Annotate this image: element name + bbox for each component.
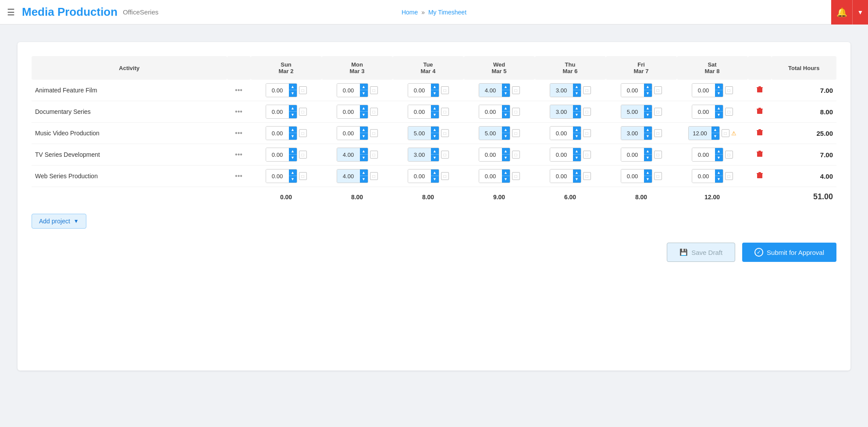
- hours-input-r0-d3[interactable]: [479, 84, 502, 97]
- note-icon[interactable]: □: [441, 129, 449, 137]
- spin-up-button[interactable]: ▲: [502, 105, 510, 112]
- delete-row-button[interactable]: [754, 149, 765, 160]
- spin-up-button[interactable]: ▲: [573, 169, 581, 176]
- hours-input-r3-d6[interactable]: [692, 148, 715, 161]
- spin-up-button[interactable]: ▲: [644, 127, 652, 133]
- note-icon[interactable]: □: [370, 129, 378, 137]
- hours-input-r4-d5[interactable]: [621, 169, 644, 183]
- add-project-button[interactable]: Add project ▼: [32, 214, 86, 229]
- spin-up-button[interactable]: ▲: [502, 127, 510, 133]
- hours-input-r0-d5[interactable]: [621, 84, 644, 97]
- note-icon[interactable]: □: [654, 172, 662, 180]
- hours-input-r2-d3[interactable]: [479, 127, 502, 140]
- note-icon[interactable]: □: [722, 129, 729, 137]
- hours-input-r4-d6[interactable]: [692, 169, 715, 183]
- spin-up-button[interactable]: ▲: [431, 105, 439, 112]
- save-draft-button[interactable]: 💾 Save Draft: [667, 243, 735, 262]
- spin-down-button[interactable]: ▼: [502, 176, 510, 183]
- hours-input-r4-d1[interactable]: [337, 169, 360, 183]
- hours-input-r1-d2[interactable]: [408, 105, 431, 118]
- spin-down-button[interactable]: ▼: [644, 90, 652, 97]
- spin-up-button[interactable]: ▲: [573, 84, 581, 90]
- spin-up-button[interactable]: ▲: [715, 105, 723, 112]
- spin-down-button[interactable]: ▼: [431, 133, 439, 140]
- spin-down-button[interactable]: ▼: [711, 133, 719, 140]
- spin-down-button[interactable]: ▼: [502, 90, 510, 97]
- row-action-dots[interactable]: •••: [227, 80, 251, 101]
- note-icon[interactable]: □: [512, 151, 520, 159]
- spin-down-button[interactable]: ▼: [431, 155, 439, 161]
- note-icon[interactable]: □: [299, 86, 307, 94]
- spin-up-button[interactable]: ▲: [715, 84, 723, 90]
- row-action-dots[interactable]: •••: [227, 144, 251, 166]
- hamburger-icon[interactable]: ☰: [7, 7, 15, 18]
- note-icon[interactable]: □: [583, 172, 591, 180]
- spin-down-button[interactable]: ▼: [573, 133, 581, 140]
- hours-input-r4-d3[interactable]: [479, 169, 502, 183]
- hours-input-r1-d6[interactable]: [692, 105, 715, 118]
- hours-input-r0-d0[interactable]: [266, 84, 289, 97]
- spin-down-button[interactable]: ▼: [360, 90, 368, 97]
- note-icon[interactable]: □: [725, 151, 733, 159]
- hours-input-r0-d2[interactable]: [408, 84, 431, 97]
- spin-down-button[interactable]: ▼: [289, 90, 297, 97]
- note-icon[interactable]: □: [725, 172, 733, 180]
- hours-input-r3-d3[interactable]: [479, 148, 502, 161]
- delete-row-button[interactable]: [754, 171, 765, 181]
- hours-input-r4-d4[interactable]: [550, 169, 573, 183]
- note-icon[interactable]: □: [583, 86, 591, 94]
- hours-input-r0-d6[interactable]: [692, 84, 715, 97]
- hours-input-r2-d5[interactable]: [621, 127, 644, 140]
- spin-up-button[interactable]: ▲: [360, 84, 368, 90]
- spin-down-button[interactable]: ▼: [715, 176, 723, 183]
- spin-down-button[interactable]: ▼: [431, 112, 439, 118]
- hours-input-r1-d3[interactable]: [479, 105, 502, 118]
- hours-input-r2-d2[interactable]: [408, 127, 431, 140]
- hours-input-r1-d1[interactable]: [337, 105, 360, 118]
- hours-input-r3-d5[interactable]: [621, 148, 644, 161]
- hours-input-r2-d6[interactable]: [689, 127, 711, 140]
- row-action-dots[interactable]: •••: [227, 166, 251, 187]
- spin-down-button[interactable]: ▼: [715, 112, 723, 118]
- spin-up-button[interactable]: ▲: [360, 105, 368, 112]
- hours-input-r4-d0[interactable]: [266, 169, 289, 183]
- note-icon[interactable]: □: [370, 151, 378, 159]
- note-icon[interactable]: □: [512, 172, 520, 180]
- note-icon[interactable]: □: [654, 151, 662, 159]
- hours-input-r1-d4[interactable]: [550, 105, 573, 118]
- spin-up-button[interactable]: ▲: [644, 148, 652, 155]
- spin-up-button[interactable]: ▲: [502, 84, 510, 90]
- note-icon[interactable]: □: [654, 108, 662, 116]
- note-icon[interactable]: □: [441, 108, 449, 116]
- note-icon[interactable]: □: [441, 86, 449, 94]
- spin-up-button[interactable]: ▲: [431, 169, 439, 176]
- note-icon[interactable]: □: [441, 172, 449, 180]
- spin-down-button[interactable]: ▼: [644, 176, 652, 183]
- delete-row-button[interactable]: [754, 128, 765, 138]
- note-icon[interactable]: □: [370, 172, 378, 180]
- spin-up-button[interactable]: ▲: [715, 148, 723, 155]
- spin-down-button[interactable]: ▼: [289, 155, 297, 161]
- hours-input-r3-d0[interactable]: [266, 148, 289, 161]
- spin-up-button[interactable]: ▲: [289, 127, 297, 133]
- hours-input-r2-d1[interactable]: [337, 127, 360, 140]
- spin-down-button[interactable]: ▼: [502, 112, 510, 118]
- hours-input-r0-d4[interactable]: [550, 84, 573, 97]
- spin-down-button[interactable]: ▼: [431, 176, 439, 183]
- note-icon[interactable]: □: [512, 129, 520, 137]
- spin-up-button[interactable]: ▲: [431, 84, 439, 90]
- spin-up-button[interactable]: ▲: [644, 169, 652, 176]
- row-action-dots[interactable]: •••: [227, 123, 251, 144]
- hours-input-r3-d4[interactable]: [550, 148, 573, 161]
- spin-down-button[interactable]: ▼: [644, 133, 652, 140]
- spin-down-button[interactable]: ▼: [431, 90, 439, 97]
- spin-down-button[interactable]: ▼: [573, 155, 581, 161]
- spin-up-button[interactable]: ▲: [289, 148, 297, 155]
- spin-up-button[interactable]: ▲: [360, 169, 368, 176]
- spin-down-button[interactable]: ▼: [502, 133, 510, 140]
- spin-up-button[interactable]: ▲: [715, 169, 723, 176]
- spin-down-button[interactable]: ▼: [360, 133, 368, 140]
- spin-up-button[interactable]: ▲: [502, 148, 510, 155]
- note-icon[interactable]: □: [299, 172, 307, 180]
- user-dropdown-button[interactable]: ▼: [852, 0, 868, 25]
